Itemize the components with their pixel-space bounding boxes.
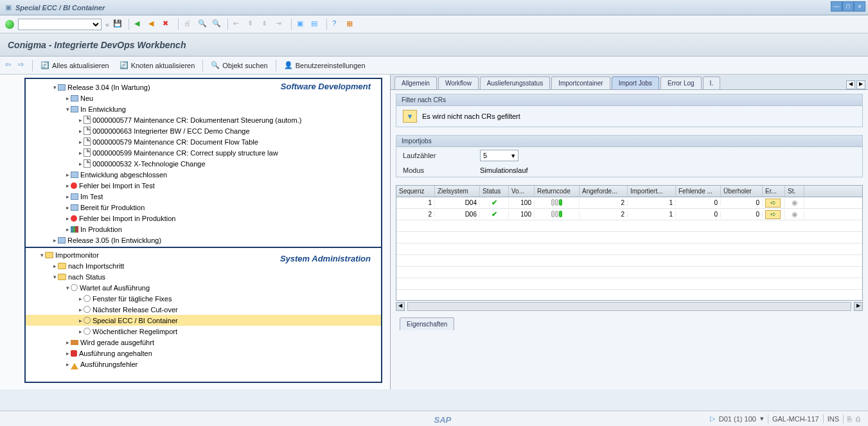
tree-item-special-selected[interactable]: ▸Special ECC / BI Container [26,315,381,326]
tab-allgemein[interactable]: Allgemein [394,76,437,89]
save-icon[interactable]: 💾 [113,19,123,30]
truck-icon [71,340,78,345]
first-page-icon[interactable]: ⇤ [233,19,244,30]
tab-workflow[interactable]: Workflow [438,76,479,89]
main-toolbar: « 💾 ◀ ◀ ✖ 🖨 🔍 🔍 ⇤ ⇞ ⇟ ⇥ ▣ ▤ ? ▦ [0,15,868,33]
refresh-all-button[interactable]: 🔄Alles aktualisieren [37,60,113,71]
tree-node-wird-ausgefuehrt[interactable]: ▸Wird gerade ausgeführt [26,337,381,348]
customize-icon[interactable]: ▦ [346,19,357,30]
col-ueberholer[interactable]: Überholer [721,186,763,197]
tree-node-fehler[interactable]: ▸Ausführungsfehler [26,359,381,369]
tree-item-cr579[interactable]: ▸0000000579 Maintenance CR: Document Flo… [26,136,381,147]
tree-item-cr663[interactable]: ▸0000000663 Integrierter BW / ECC Demo C… [26,125,381,136]
tab-scroll-right-icon[interactable]: ▶ [856,80,865,89]
scroll-left-icon[interactable]: ◀ [396,302,405,311]
scroll-track[interactable] [407,302,851,311]
filter-status-text: Es wird nicht nach CRs gefiltert [422,112,520,120]
status-icon1[interactable]: ⎘ [847,415,852,423]
tab-auslieferungsstatus[interactable]: Auslieferungsstatus [480,76,550,89]
tab-more[interactable]: I. [703,76,721,89]
modus-label: Modus [403,166,480,174]
tab-import-jobs[interactable]: Import Jobs [612,76,659,89]
prev-page-icon[interactable]: ⇞ [247,19,258,30]
table-row[interactable]: 2 D06 ✔ 100 2 1 0 0 ➪ ◉ [396,209,862,220]
clock-icon [84,317,91,324]
minimize-button[interactable]: — [831,1,842,12]
col-angeforderte[interactable]: Angeforde... [580,186,628,197]
tree-node-angehalten[interactable]: ▸Ausführung angehalten [26,348,381,359]
col-importierte[interactable]: Importiert... [628,186,676,197]
tab-error-log[interactable]: Error Log [660,76,702,89]
nav-back-icon[interactable]: ⇦ [5,60,15,71]
table-row [396,255,862,267]
cube-icon [71,193,78,200]
tree-item-cr577[interactable]: ▸0000000577 Maintenance CR: Dokumentenar… [26,114,381,125]
tree-item-cr599[interactable]: ▸0000000599 Maintenance CR: Correct supp… [26,147,381,158]
help-icon[interactable]: ? [332,19,342,30]
arrow-icon: ➪ [770,199,776,207]
search-object-button[interactable]: 🔍Objekt suchen [207,60,271,71]
tree-item-cr532[interactable]: ▸0000000532 X-Technologie Change [26,158,381,169]
tree-node-wartet[interactable]: ▾Wartet auf Ausführung [26,282,381,293]
history-back-icon[interactable]: « [105,21,109,28]
col-er[interactable]: Er... [763,186,785,197]
col-sequenz[interactable]: Sequenz [396,186,435,197]
tree-node-nach-status[interactable]: ▾nach Status [26,271,381,282]
jobs-grid: Sequenz Zielsystem Status Vo... Returnco… [396,185,863,301]
exit-icon[interactable]: ◀ [148,19,159,30]
tree-node-im-test[interactable]: ▸Im Test [26,191,381,202]
tree-item-woechentlich[interactable]: ▸Wöchentlicher Regelimport [26,326,381,337]
check-icon: ✔ [492,210,497,218]
nav-fwd-icon[interactable]: ⇨ [18,60,28,71]
nav-indicator-icon: ▷ [710,414,715,423]
col-status[interactable]: Status [480,186,509,197]
col-returncode[interactable]: Returncode [535,186,580,197]
new-session-icon[interactable]: ▣ [297,19,307,30]
traffic-light-icon [551,211,562,217]
tree-node-release305[interactable]: ▸Release 3.05 (In Entwicklung) [26,235,381,245]
detail-pane: Allgemein Workflow Auslieferungsstatus I… [391,75,868,389]
refresh-node-button[interactable]: 🔄Knoten aktualisieren [116,60,199,71]
maximize-button[interactable]: □ [842,1,854,12]
tree-node-import-test-error[interactable]: ▸Fehler bei Import in Test [26,180,381,191]
print-icon[interactable]: 🖨 [184,19,194,30]
tree-node-neu[interactable]: ▸Neu [26,93,381,103]
tree-node-in-entwicklung[interactable]: ▾In Entwicklung [26,103,381,114]
command-field[interactable] [18,19,102,30]
find-next-icon[interactable]: 🔍 [212,19,222,30]
tab-eigenschaften[interactable]: Eigenschaften [400,317,454,330]
close-button[interactable]: × [854,1,865,12]
table-row[interactable]: 1 D04 ✔ 100 2 1 0 0 ➪ ◉ [396,197,862,209]
tree-item-fenster[interactable]: ▸Fenster für tägliche Fixes [26,293,381,304]
tree-item-naechster[interactable]: ▸Nächster Release Cut-over [26,304,381,315]
document-icon [84,159,91,168]
scroll-right-icon[interactable]: ▶ [854,302,863,311]
action-button[interactable]: ➪ [765,199,781,208]
last-page-icon[interactable]: ⇥ [276,19,286,30]
tree-node-ready-prod[interactable]: ▸Bereit für Produktion [26,202,381,213]
tree-node-import-prod-error[interactable]: ▸Fehler bei Import in Produktion [26,213,381,224]
action-button[interactable]: ➪ [765,210,781,219]
find-icon[interactable]: 🔍 [198,19,208,30]
chevron-down-icon: ▾ [511,152,515,160]
col-fehlende[interactable]: Fehlende ... [676,186,721,197]
cancel-icon[interactable]: ✖ [163,19,173,30]
layout-icon[interactable]: ▤ [311,19,321,30]
tab-scroll-left-icon[interactable]: ◀ [846,80,855,89]
dropdown-icon[interactable]: ▾ [760,414,764,423]
filter-button[interactable]: ▼ [403,110,417,123]
col-st[interactable]: St. [785,186,804,197]
tree-node-entw-done[interactable]: ▸Entwicklung abgeschlossen [26,169,381,180]
col-vo[interactable]: Vo... [509,186,535,197]
back-icon[interactable]: ◀ [134,19,145,30]
search-icon: 🔍 [211,61,220,69]
tab-importcontainer[interactable]: Importcontainer [551,76,610,89]
ok-icon[interactable] [5,20,14,29]
laufzaehler-dropdown[interactable]: 5▾ [480,150,518,161]
document-icon [84,138,91,146]
next-page-icon[interactable]: ⇟ [261,19,272,30]
status-icon2[interactable]: ⎙ [856,415,860,423]
col-zielsystem[interactable]: Zielsystem [435,186,480,197]
user-settings-button[interactable]: 👤Benutzereinstellungen [280,60,369,71]
tree-node-in-prod[interactable]: ▸In Produktion [26,224,381,235]
